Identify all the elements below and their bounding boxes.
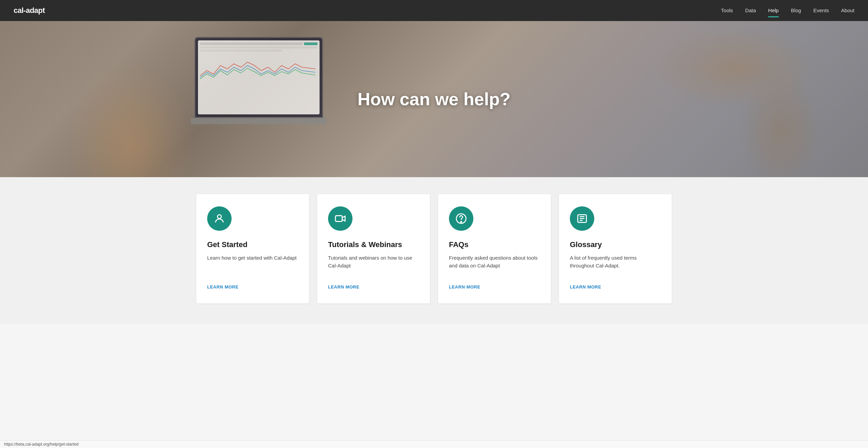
nav-item-tools[interactable]: Tools <box>721 7 733 14</box>
card-list: GlossaryA list of frequently used terms … <box>559 194 672 303</box>
video-icon <box>328 206 352 231</box>
person-icon <box>207 206 232 231</box>
nav-link-tools[interactable]: Tools <box>721 7 733 15</box>
cards-section: Get StartedLearn how to get started with… <box>0 177 868 324</box>
card-description: A list of frequently used terms througho… <box>570 254 661 274</box>
nav-link-help[interactable]: Help <box>768 7 779 15</box>
logo[interactable]: cal-adapt <box>14 6 45 15</box>
card-learn-more-link[interactable]: LEARN MORE <box>449 284 480 290</box>
card-learn-more-link[interactable]: LEARN MORE <box>570 284 601 290</box>
card-person: Get StartedLearn how to get started with… <box>196 194 309 303</box>
card-learn-more-link[interactable]: LEARN MORE <box>207 284 238 290</box>
card-description: Tutorials and webinars on how to use Cal… <box>328 254 419 274</box>
card-question: FAQsFrequently asked questions about too… <box>438 194 551 303</box>
logo-text: cal-adapt <box>14 6 45 15</box>
question-icon <box>449 206 473 231</box>
card-learn-more-link[interactable]: LEARN MORE <box>328 284 359 290</box>
card-title: Tutorials & Webinars <box>328 240 419 249</box>
nav-item-data[interactable]: Data <box>745 7 756 14</box>
svg-rect-1 <box>336 216 342 222</box>
card-video: Tutorials & WebinarsTutorials and webina… <box>317 194 430 303</box>
nav-links: ToolsDataHelpBlogEventsAbout <box>721 7 854 14</box>
nav-item-about[interactable]: About <box>841 7 854 14</box>
nav-link-data[interactable]: Data <box>745 7 756 15</box>
card-title: Glossary <box>570 240 661 249</box>
card-description: Learn how to get started with Cal-Adapt <box>207 254 298 274</box>
list-icon <box>570 206 594 231</box>
nav-link-about[interactable]: About <box>841 7 854 15</box>
card-title: Get Started <box>207 240 298 249</box>
svg-point-3 <box>461 222 462 223</box>
nav-item-events[interactable]: Events <box>813 7 829 14</box>
svg-point-0 <box>217 215 221 219</box>
nav-link-events[interactable]: Events <box>813 7 829 15</box>
nav-item-blog[interactable]: Blog <box>791 7 801 14</box>
hero-heading: How can we help? <box>358 89 511 109</box>
card-title: FAQs <box>449 240 540 249</box>
nav-item-help[interactable]: Help <box>768 7 779 14</box>
cards-grid: Get StartedLearn how to get started with… <box>196 194 672 303</box>
nav-link-blog[interactable]: Blog <box>791 7 801 15</box>
navbar: cal-adapt ToolsDataHelpBlogEventsAbout <box>0 0 868 21</box>
card-description: Frequently asked questions about tools a… <box>449 254 540 274</box>
hero-section: How can we help? <box>0 21 868 177</box>
